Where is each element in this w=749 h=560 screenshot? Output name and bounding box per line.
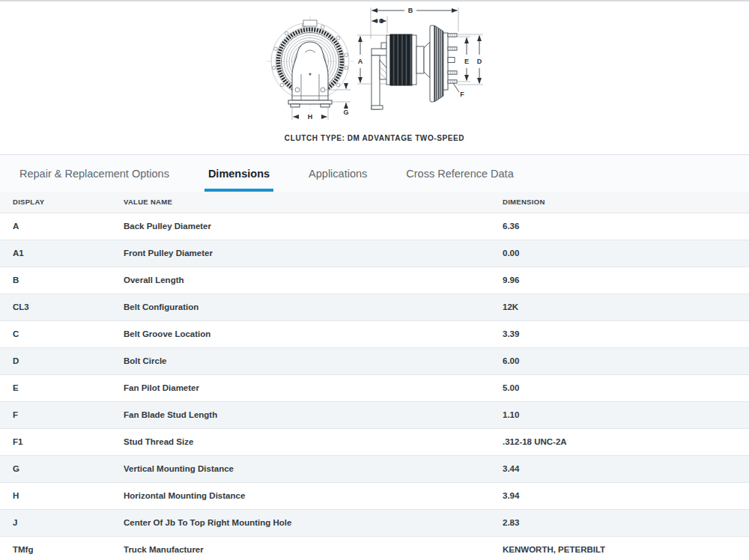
cell-value-name: Belt Groove Location [124,320,503,347]
tab-bar: Repair & Replacement Options Dimensions … [0,154,749,192]
table-header-row: DISPLAY VALUE NAME DIMENSION [0,192,749,213]
cell-dimension: .312-18 UNC-2A [503,428,749,455]
cell-dimension: 3.39 [503,320,749,347]
cell-display: B [0,267,124,293]
dimension-table-body: A Back Pulley Diameter 6.36 A1 Front Pul… [0,213,749,560]
cell-dimension: 6.00 [503,347,749,374]
dimensions-table: DISPLAY VALUE NAME DIMENSION A Back Pull… [0,192,749,560]
table-row: A Back Pulley Diameter 6.36 [0,213,749,240]
front-view [267,16,354,114]
table-row: E Fan Pilot Diameter 5.00 [0,374,749,401]
table-row: D Bolt Circle 6.00 [0,347,749,374]
cell-display: C [0,320,124,347]
cell-value-name: Belt Configuration [124,293,503,320]
cell-value-name: Center Of Jb To Top Right Mounting Hole [124,509,503,536]
cell-value-name: Overall Length [124,267,503,293]
cell-dimension: 2.83 [503,509,749,536]
column-header-display: DISPLAY [0,192,124,213]
dim-label-e: E [464,58,469,65]
cell-display: G [0,455,124,482]
cell-display: F1 [0,428,124,455]
cell-display: J [0,509,124,536]
cell-dimension: 3.44 [503,455,749,482]
cell-display: CL3 [0,293,124,320]
tab-repair-replacement-options[interactable]: Repair & Replacement Options [16,155,173,192]
table-row: G Vertical Mounting Distance 3.44 [0,455,749,482]
table-row: A1 Front Pulley Diameter 0.00 [0,240,749,267]
dim-label-f: F [460,91,464,98]
tab-dimensions[interactable]: Dimensions [204,155,273,192]
cell-dimension: 3.94 [503,482,749,509]
cell-display: TMfg [0,536,124,560]
cell-display: A1 [0,240,124,267]
product-detail-page: H G [0,0,749,560]
cell-dimension: 1.10 [503,401,749,428]
table-row: C Belt Groove Location 3.39 [0,320,749,347]
cell-value-name: Fan Blade Stud Length [124,401,503,428]
cell-display: E [0,374,124,401]
dim-label-c: C [379,17,384,25]
cell-value-name: Horizontal Mounting Distance [124,482,503,509]
dim-label-b: B [408,7,413,14]
table-row: J Center Of Jb To Top Right Mounting Hol… [0,509,749,536]
dim-label-h: H [308,113,313,121]
table-row: H Horizontal Mounting Distance 3.94 [0,482,749,509]
table-row: F1 Stud Thread Size .312-18 UNC-2A [0,428,749,455]
cell-display: D [0,347,124,374]
cell-value-name: Back Pulley Diameter [124,213,503,240]
clutch-diagram: H G [0,1,749,130]
dim-label-g: G [343,109,348,116]
cell-value-name: Truck Manufacturer [124,536,503,560]
table-row: CL3 Belt Configuration 12K [0,293,749,320]
cell-dimension: 12K [503,293,749,320]
dim-label-d: D [477,58,482,65]
cell-dimension: 6.36 [503,213,749,240]
cell-value-name: Vertical Mounting Distance [124,455,503,482]
cell-dimension: 5.00 [503,374,749,401]
clutch-type-caption: CLUTCH TYPE: DM ADVANTAGE TWO-SPEED [0,134,749,142]
dim-label-a: A [358,58,363,65]
table-row: F Fan Blade Stud Length 1.10 [0,401,749,428]
cell-value-name: Fan Pilot Diameter [124,374,503,401]
cell-dimension: 0.00 [503,240,749,267]
cell-display: A [0,213,124,240]
table-row: TMfg Truck Manufacturer KENWORTH, PETERB… [0,536,749,560]
cell-value-name: Stud Thread Size [124,428,503,455]
tab-applications[interactable]: Applications [305,155,371,192]
table-row: B Overall Length 9.96 [0,267,749,293]
tab-cross-reference-data[interactable]: Cross Reference Data [402,155,517,192]
column-header-value-name: VALUE NAME [124,192,503,213]
cell-display: H [0,482,124,509]
cell-dimension: 9.96 [503,267,749,293]
diagram-section: H G [0,1,749,154]
column-header-dimension: DIMENSION [503,192,749,213]
cell-display: F [0,401,124,428]
cell-value-name: Front Pulley Diameter [124,240,503,267]
cell-value-name: Bolt Circle [124,347,503,374]
cell-dimension: KENWORTH, PETERBILT [503,536,749,560]
